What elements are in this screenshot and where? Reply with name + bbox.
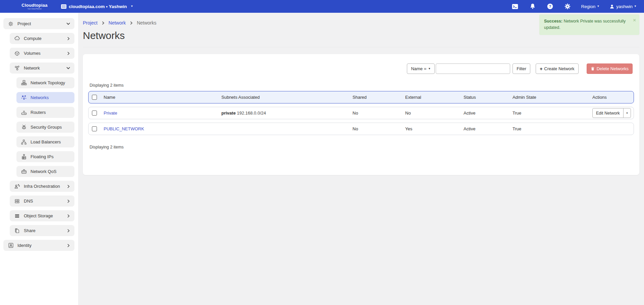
select-all-checkbox[interactable] bbox=[92, 95, 97, 100]
external-value: No bbox=[405, 111, 464, 116]
sidebar-item-network[interactable]: Network bbox=[10, 62, 74, 74]
load-balancers-icon bbox=[20, 139, 27, 145]
notifications-bell-icon[interactable] bbox=[529, 3, 536, 10]
sidebar-item-label: Networks bbox=[31, 95, 49, 100]
shared-value: No bbox=[353, 111, 405, 116]
sidebar-item-routers[interactable]: Routers bbox=[16, 107, 74, 118]
chevron-right-icon bbox=[66, 51, 70, 55]
region-dropdown[interactable]: Region ▼ bbox=[581, 4, 600, 9]
network-topology-icon bbox=[20, 80, 27, 86]
chevron-right-icon bbox=[66, 229, 70, 233]
sidebar-item-security-groups[interactable]: Security Groups bbox=[16, 122, 74, 133]
edit-network-button[interactable]: Edit Network bbox=[593, 108, 623, 118]
sidebar-item-label: Volumes bbox=[24, 51, 41, 56]
table-toolbar: Name = ▼ Filter + Create Network Delete … bbox=[83, 54, 639, 74]
chevron-right-icon bbox=[66, 244, 70, 248]
status-value: Active bbox=[464, 111, 513, 116]
column-header-external: External bbox=[405, 95, 464, 100]
sidebar-item-floating-ips[interactable]: Floating IPs bbox=[16, 151, 74, 162]
filter-button[interactable]: Filter bbox=[513, 63, 530, 74]
sidebar-item-label: DNS bbox=[24, 199, 33, 204]
sidebar-item-label: Floating IPs bbox=[31, 154, 54, 159]
object-storage-icon bbox=[14, 213, 20, 219]
region-label: Region bbox=[581, 4, 596, 9]
sidebar-item-label: Infra Orchestration bbox=[24, 184, 60, 189]
sidebar-item-label: Network bbox=[24, 66, 40, 71]
subnet-cidr: 192.168.0.0/24 bbox=[237, 111, 266, 116]
subnet-name: private bbox=[221, 111, 236, 116]
chevron-down-icon bbox=[66, 66, 70, 70]
sidebar-item-network-topology[interactable]: Network Topology bbox=[16, 77, 74, 88]
project-context-dropdown[interactable]: cloudtopiaa.com • Yashwin ▼ bbox=[61, 4, 133, 9]
column-header-subnets: Subnets Associated bbox=[221, 95, 353, 100]
trash-icon bbox=[591, 67, 595, 71]
plus-icon: + bbox=[540, 66, 542, 72]
dns-icon bbox=[14, 198, 20, 205]
filter-field-label: Name = bbox=[411, 66, 426, 71]
compute-icon bbox=[14, 35, 20, 42]
column-header-status: Status bbox=[464, 95, 513, 100]
project-context-label: cloudtopiaa.com • Yashwin bbox=[69, 4, 127, 9]
sidebar-item-compute[interactable]: Compute bbox=[10, 33, 74, 44]
sidebar-item-label: Security Groups bbox=[31, 125, 62, 130]
chevron-right-icon bbox=[66, 37, 70, 41]
toast-title: Success: bbox=[544, 19, 562, 24]
brand-logo[interactable]: Cloudtopiaa Your Cloud Partner bbox=[9, 3, 60, 10]
edit-network-split-button: Edit Network ▼ bbox=[592, 108, 631, 118]
user-menu[interactable]: yashwin ▼ bbox=[609, 4, 637, 9]
breadcrumb-project[interactable]: Project bbox=[83, 20, 98, 26]
sidebar-item-label: Network Topology bbox=[31, 80, 65, 85]
sidebar-item-label: Share bbox=[24, 228, 36, 233]
user-icon bbox=[609, 4, 614, 9]
console-icon[interactable] bbox=[512, 3, 519, 10]
top-navbar: Cloudtopiaa Your Cloud Partner cloudtopi… bbox=[0, 0, 644, 13]
svg-text:?: ? bbox=[549, 4, 551, 8]
sidebar-item-project[interactable]: Project bbox=[3, 18, 74, 29]
row-checkbox[interactable] bbox=[92, 126, 97, 131]
table-row: Private private 192.168.0.0/24 No No Act… bbox=[88, 107, 634, 119]
sidebar-item-label: Object Storage bbox=[24, 213, 53, 218]
success-toast: Success: Network Private was successfull… bbox=[539, 14, 639, 35]
sidebar-item-infra-orchestration[interactable]: Infra Orchestration bbox=[10, 181, 74, 192]
network-link[interactable]: PUBLIC_NETWORK bbox=[104, 126, 144, 131]
help-icon[interactable]: ? bbox=[546, 3, 554, 10]
filter-search-input[interactable] bbox=[436, 63, 510, 74]
chevron-right-icon bbox=[66, 214, 70, 218]
status-value: Active bbox=[464, 126, 513, 131]
sidebar-item-volumes[interactable]: Volumes bbox=[10, 48, 74, 59]
domain-list-icon bbox=[61, 4, 66, 9]
sidebar-item-load-balancers[interactable]: Load Balancers bbox=[16, 136, 74, 147]
sidebar: ProjectComputeVolumesNetworkNetwork Topo… bbox=[0, 13, 78, 305]
chevron-right-icon bbox=[129, 21, 133, 25]
external-value: Yes bbox=[405, 126, 464, 131]
chevron-down-icon bbox=[66, 21, 70, 26]
column-header-admin-state: Admin State bbox=[513, 95, 592, 100]
sidebar-item-identity[interactable]: Identity bbox=[3, 240, 74, 251]
row-checkbox[interactable] bbox=[92, 111, 97, 116]
sidebar-item-networks[interactable]: Networks bbox=[16, 92, 74, 103]
sidebar-item-label: Compute bbox=[24, 36, 42, 41]
network-link[interactable]: Private bbox=[104, 111, 117, 116]
security-groups-icon bbox=[20, 124, 27, 131]
sidebar-item-network-qos[interactable]: Network QoS bbox=[16, 166, 74, 177]
delete-networks-button[interactable]: Delete Networks bbox=[587, 63, 633, 74]
sidebar-item-label: Routers bbox=[31, 110, 46, 115]
user-name-label: yashwin bbox=[616, 4, 633, 9]
sidebar-item-share[interactable]: Share bbox=[10, 225, 74, 236]
admin-state-value: True bbox=[513, 111, 592, 116]
chevron-down-icon: ▼ bbox=[597, 5, 599, 8]
breadcrumb-network[interactable]: Network bbox=[109, 20, 126, 26]
items-count-top: Displaying 2 items bbox=[90, 83, 639, 88]
chevron-down-icon: ▼ bbox=[634, 5, 637, 8]
filter-field-dropdown[interactable]: Name = ▼ bbox=[407, 63, 435, 74]
close-icon[interactable]: × bbox=[633, 17, 636, 23]
column-header-actions: Actions bbox=[592, 95, 634, 100]
chevron-down-icon: ▼ bbox=[428, 67, 431, 70]
row-actions-dropdown[interactable]: ▼ bbox=[623, 108, 631, 118]
sidebar-item-dns[interactable]: DNS bbox=[10, 195, 74, 207]
sidebar-item-object-storage[interactable]: Object Storage bbox=[10, 210, 74, 221]
create-network-button[interactable]: + Create Network bbox=[536, 63, 579, 74]
shared-value: No bbox=[353, 126, 405, 131]
project-icon bbox=[7, 20, 14, 27]
settings-gear-icon[interactable] bbox=[564, 3, 571, 10]
